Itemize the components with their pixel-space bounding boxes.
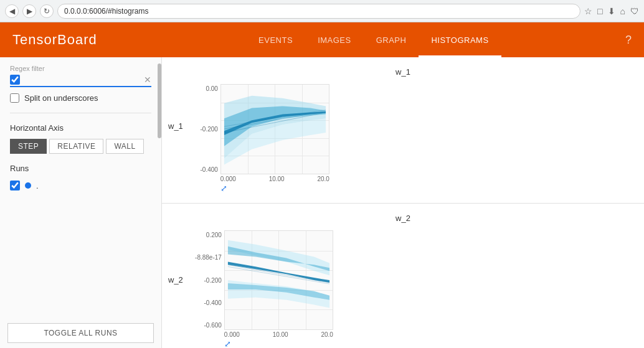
y-tick-w2-2: -0.200 — [204, 277, 222, 284]
expand-btn-w1[interactable]: ⤢ — [220, 184, 329, 193]
url-bar[interactable]: 0.0.0.0:6006/#histograms — [57, 4, 580, 19]
nav-images[interactable]: IMAGES — [305, 22, 364, 57]
chart-title-w2: w_2 — [162, 214, 644, 223]
x-tick-w2-2: 20.0 — [321, 331, 333, 338]
browser-toolbar: ☆ □ ⬇ ⌂ 🛡 — [584, 6, 639, 16]
app-nav: EVENTS IMAGES GRAPH HISTOGRAMS — [122, 22, 625, 57]
chart-title-w1: w_1 — [162, 67, 644, 77]
y-axis-w2: 0.200 -8.88e-17 -0.200 -0.400 -0.600 — [188, 230, 224, 330]
y-tick-w2-0: 0.200 — [206, 232, 222, 238]
chart-section-w1: w_1 w_1 0.00 -0.200 -0.400 — [162, 57, 644, 204]
run-label-0: . — [36, 181, 39, 190]
runs-section: Runs . — [10, 164, 151, 192]
shield-icon[interactable]: 🛡 — [630, 6, 639, 16]
expand-icon-w1[interactable]: ⤢ — [220, 184, 227, 193]
chart-label-w1: w_1 — [168, 121, 183, 131]
content-area: w_1 w_1 0.00 -0.200 -0.400 — [162, 57, 644, 348]
run-color-dot-0 — [25, 182, 31, 189]
chart-canvas-w2 — [224, 230, 333, 330]
y-tick-w1-0: 0.00 — [206, 85, 217, 92]
nav-graph[interactable]: GRAPH — [364, 22, 419, 57]
main-layout: Regex filter ✕ Split on underscores Hori… — [0, 57, 644, 348]
regex-label: Regex filter — [10, 65, 151, 72]
nav-histograms[interactable]: HISTOGRAMS — [419, 22, 501, 57]
x-axis-w2: 0.000 10.00 20.0 — [224, 330, 333, 339]
y-tick-w2-3: -0.400 — [204, 299, 222, 306]
regex-clear-icon[interactable]: ✕ — [144, 75, 151, 85]
split-underscores-checkbox[interactable] — [10, 93, 19, 103]
browser-chrome: ◀ ▶ ↻ 0.0.0.0:6006/#histograms ☆ □ ⬇ ⌂ 🛡 — [0, 0, 644, 22]
chart-section-w2: w_2 w_2 0.200 -8.88e-17 -0.200 -0.400 -0… — [162, 204, 644, 348]
y-tick-w1-2: -0.400 — [201, 166, 218, 173]
expand-btn-w2[interactable]: ⤢ — [224, 339, 333, 348]
back-button[interactable]: ◀ — [5, 4, 19, 18]
help-icon[interactable]: ? — [625, 34, 632, 47]
home-icon[interactable]: ⌂ — [620, 6, 625, 16]
chart-label-w2: w_2 — [168, 275, 183, 285]
sidebar-scrollbar-track — [156, 57, 161, 317]
toggle-all-runs-button[interactable]: TOGGLE ALL RUNS — [7, 323, 154, 343]
x-tick-w1-2: 20.0 — [317, 176, 329, 182]
x-tick-w1-1: 10.00 — [269, 176, 285, 182]
axis-wall-button[interactable]: WALL — [106, 139, 143, 154]
forward-button[interactable]: ▶ — [22, 4, 36, 18]
split-underscores-row: Split on underscores — [10, 93, 151, 103]
download-icon[interactable]: ⬇ — [608, 6, 615, 16]
axis-buttons: STEP RELATIVE WALL — [10, 139, 151, 154]
reader-icon[interactable]: □ — [597, 6, 602, 16]
regex-section: Regex filter ✕ Split on underscores — [10, 65, 151, 103]
sidebar: Regex filter ✕ Split on underscores Hori… — [0, 57, 162, 348]
histogram-svg-w1 — [221, 85, 329, 174]
histogram-svg-w2 — [225, 231, 333, 329]
nav-events[interactable]: EVENTS — [246, 22, 305, 57]
axis-section: Horizontal Axis STEP RELATIVE WALL — [10, 123, 151, 154]
y-tick-w2-4: -0.600 — [204, 322, 222, 329]
y-axis-w1: 0.00 -0.200 -0.400 — [188, 84, 220, 174]
bookmark-icon[interactable]: ☆ — [584, 6, 592, 16]
x-tick-w1-0: 0.000 — [220, 176, 236, 182]
split-underscores-label: Split on underscores — [24, 93, 98, 103]
regex-input-row: ✕ — [10, 75, 151, 87]
divider-1 — [10, 113, 151, 113]
sidebar-inner: Regex filter ✕ Split on underscores Hori… — [0, 57, 161, 318]
regex-input[interactable] — [24, 75, 144, 85]
chart-canvas-w1 — [220, 84, 329, 174]
x-tick-w2-0: 0.000 — [224, 331, 240, 338]
y-tick-w2-1: -8.88e-17 — [195, 254, 222, 261]
reload-button[interactable]: ↻ — [40, 4, 54, 18]
url-text: 0.0.0.0:6006/#histograms — [64, 7, 148, 16]
run-item-0: . — [10, 179, 151, 192]
sidebar-scrollbar-thumb[interactable] — [158, 63, 161, 138]
axis-relative-button[interactable]: RELATIVE — [49, 139, 103, 154]
expand-icon-w2[interactable]: ⤢ — [224, 339, 231, 348]
y-tick-w1-1: -0.200 — [201, 126, 218, 133]
x-tick-w2-1: 10.00 — [273, 331, 288, 338]
app-header: TensorBoard EVENTS IMAGES GRAPH HISTOGRA… — [0, 22, 644, 57]
x-axis-w1: 0.000 10.00 20.0 — [220, 174, 329, 184]
app-logo: TensorBoard — [12, 32, 97, 48]
axis-section-label: Horizontal Axis — [10, 123, 151, 133]
runs-label: Runs — [10, 164, 151, 173]
run-checkbox-0[interactable] — [10, 181, 20, 190]
regex-checkbox[interactable] — [10, 75, 20, 85]
axis-step-button[interactable]: STEP — [10, 139, 47, 154]
